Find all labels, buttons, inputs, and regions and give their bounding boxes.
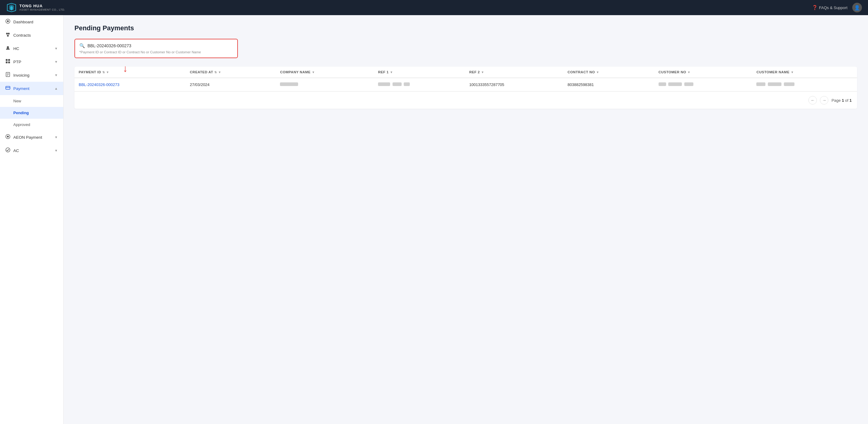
table-body: BBL-20240326-000273 27/03/2024: [74, 78, 857, 91]
invoicing-icon: [5, 72, 10, 78]
table-row[interactable]: BBL-20240326-000273 27/03/2024: [74, 78, 857, 91]
main-content: Pending Payments 🔍 *Payment ID or Contra…: [64, 15, 868, 424]
red-arrow-annotation: ↓: [123, 64, 128, 73]
sidebar-item-payment-pending[interactable]: Pending: [0, 107, 63, 119]
svg-point-21: [7, 136, 9, 138]
col-customer-name: CUSTOMER NAME ▼: [752, 67, 857, 78]
aeon-payment-label: AEON Payment: [13, 135, 42, 140]
col-company-name: COMPANY NAME ▼: [276, 67, 374, 78]
customer-name-filter-icon[interactable]: ▼: [791, 70, 794, 74]
ref2-filter-icon[interactable]: ▼: [481, 70, 484, 74]
payments-table: PAYMENT ID ⇅ ▼ CREATED AT ⇅ ▼: [74, 67, 857, 91]
svg-point-7: [8, 33, 10, 34]
next-page-button[interactable]: →: [820, 96, 828, 105]
sidebar-item-hc[interactable]: HC ▼: [0, 42, 63, 55]
faqs-support-link[interactable]: ❓ FAQs & Support: [812, 5, 847, 10]
payment-id-link[interactable]: BBL-20240326-000273: [79, 82, 119, 87]
hc-icon: [5, 46, 10, 52]
payment-pending-label: Pending: [13, 111, 29, 115]
ref1-blur-3: [404, 82, 410, 86]
svg-rect-12: [6, 61, 7, 63]
search-icon: 🔍: [79, 43, 85, 49]
app-name: TONG HUA: [19, 4, 65, 8]
svg-point-9: [7, 46, 9, 49]
app-subtitle: ASSET MANAGEMENT CO., LTD.: [19, 8, 65, 11]
svg-point-8: [7, 35, 9, 37]
ref1-blur-2: [393, 82, 402, 86]
sidebar-item-ac[interactable]: AC ▼: [0, 144, 63, 157]
created-at-sort-icon[interactable]: ⇅: [214, 70, 217, 74]
svg-rect-13: [8, 61, 10, 63]
sidebar-item-invoicing[interactable]: Invoicing ▼: [0, 68, 63, 82]
sidebar-item-payment[interactable]: Payment ▲: [0, 82, 63, 95]
cell-created-at: 27/03/2024: [186, 78, 276, 91]
sidebar-item-dashboard[interactable]: Dashboard: [0, 15, 63, 28]
aeon-chevron: ▼: [55, 135, 58, 139]
payment-chevron: ▲: [55, 87, 58, 90]
cell-contract-no: 803882598381: [563, 78, 654, 91]
customer-no-blur-3: [684, 82, 693, 86]
svg-point-5: [7, 20, 9, 22]
customer-no-filter-icon[interactable]: ▼: [687, 70, 690, 74]
sidebar-item-payment-approved[interactable]: Approved: [0, 119, 63, 131]
payment-id-filter-icon[interactable]: ▼: [106, 70, 109, 74]
sidebar-item-aeon-payment[interactable]: AEON Payment ▼: [0, 131, 63, 144]
col-contract-no: CONTRACT NO ▼: [563, 67, 654, 78]
col-ref1: REF 1 ▼: [374, 67, 465, 78]
svg-rect-11: [8, 59, 10, 61]
page-title: Pending Payments: [74, 24, 857, 32]
help-icon: ❓: [812, 5, 818, 10]
avatar-icon: 👤: [854, 5, 860, 10]
created-at-filter-icon[interactable]: ▼: [218, 70, 221, 74]
col-created-at: CREATED AT ⇅ ▼: [186, 67, 276, 78]
invoicing-chevron: ▼: [55, 73, 58, 77]
table-wrapper: PAYMENT ID ⇅ ▼ CREATED AT ⇅ ▼: [74, 67, 857, 109]
ac-icon: [5, 147, 10, 153]
svg-rect-18: [6, 86, 10, 89]
sidebar-item-contracts[interactable]: Contracts: [0, 28, 63, 42]
topnav-right: ❓ FAQs & Support 👤: [812, 3, 862, 12]
pagination-info: Page 1 of 1: [831, 98, 851, 103]
aeon-payment-icon: [5, 134, 10, 140]
user-avatar[interactable]: 👤: [852, 3, 862, 12]
customer-no-blur-1: [658, 82, 666, 86]
sidebar: Dashboard Contracts HC ▼ PTP ▼: [0, 15, 64, 424]
svg-marker-3: [10, 6, 13, 10]
cell-payment-id: BBL-20240326-000273: [74, 78, 186, 91]
cell-company-name: [276, 78, 374, 91]
sidebar-item-payment-new[interactable]: New: [0, 95, 63, 107]
sidebar-item-ptp[interactable]: PTP ▼: [0, 55, 63, 68]
contracts-icon: [5, 32, 10, 38]
ref1-blur-1: [378, 82, 390, 86]
search-input[interactable]: [88, 43, 233, 48]
table-header: PAYMENT ID ⇅ ▼ CREATED AT ⇅ ▼: [74, 67, 857, 78]
cell-ref2: 1001333557287705: [465, 78, 563, 91]
svg-rect-10: [6, 59, 7, 61]
company-name-blur: [280, 82, 298, 86]
invoicing-label: Invoicing: [13, 73, 29, 78]
payment-id-sort-icon[interactable]: ⇅: [102, 70, 105, 74]
col-ref2: REF 2 ▼: [465, 67, 563, 78]
company-name-filter-icon[interactable]: ▼: [312, 70, 315, 74]
svg-point-6: [6, 33, 8, 34]
logo[interactable]: TONG HUA ASSET MANAGEMENT CO., LTD.: [6, 2, 65, 13]
payment-icon: [5, 85, 10, 91]
contracts-label: Contracts: [13, 33, 31, 37]
customer-no-blur-2: [668, 82, 682, 86]
contract-no-filter-icon[interactable]: ▼: [596, 70, 599, 74]
payment-approved-label: Approved: [13, 122, 30, 127]
dashboard-label: Dashboard: [13, 20, 33, 24]
dashboard-icon: [5, 19, 10, 25]
customer-name-blur-1: [756, 82, 766, 86]
search-hint: *Payment ID or Contract ID or Contract N…: [79, 50, 233, 54]
ref1-filter-icon[interactable]: ▼: [390, 70, 393, 74]
logo-icon: [6, 2, 17, 13]
top-navigation: TONG HUA ASSET MANAGEMENT CO., LTD. ❓ FA…: [0, 0, 868, 15]
ptp-label: PTP: [13, 60, 21, 64]
ptp-chevron: ▼: [55, 60, 58, 64]
ac-label: AC: [13, 148, 19, 153]
hc-label: HC: [13, 46, 19, 51]
pagination: ← → Page 1 of 1: [74, 91, 857, 109]
cell-customer-name: [752, 78, 857, 91]
prev-page-button[interactable]: ←: [808, 96, 817, 105]
